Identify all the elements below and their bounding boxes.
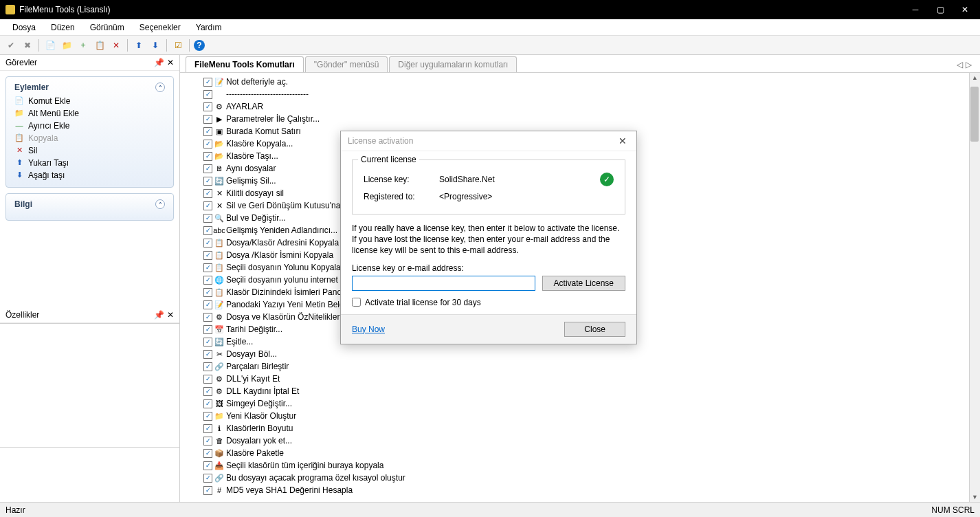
dialog-overlay: License activation ✕ Current license Lic…: [0, 0, 980, 517]
license-key-value: SolidShare.Net: [439, 175, 593, 184]
activate-license-button[interactable]: Activate License: [542, 276, 625, 291]
license-dialog: License activation ✕ Current license Lic…: [340, 131, 637, 344]
dialog-title: License activation: [348, 136, 413, 146]
group-label: Current license: [358, 155, 419, 164]
trial-checkbox[interactable]: [352, 298, 361, 307]
registered-to-label: Registered to:: [364, 192, 432, 201]
registered-to-value: <Progressive>: [439, 192, 614, 201]
trial-checkbox-row[interactable]: Activate trial license for 30 days: [352, 298, 625, 307]
dialog-close-icon[interactable]: ✕: [616, 135, 630, 146]
license-input-label: License key or e-mail address:: [352, 263, 625, 273]
buy-now-link[interactable]: Buy Now: [352, 324, 385, 334]
check-ok-icon: ✓: [600, 173, 614, 186]
close-button[interactable]: Close: [564, 322, 625, 337]
trial-checkbox-label: Activate trial license for 30 days: [365, 298, 481, 307]
license-key-label: License key:: [364, 175, 432, 184]
current-license-group: Current license License key: SolidShare.…: [352, 160, 625, 214]
license-input[interactable]: [352, 276, 535, 291]
dialog-message: If you really have a license key, then e…: [352, 223, 625, 256]
